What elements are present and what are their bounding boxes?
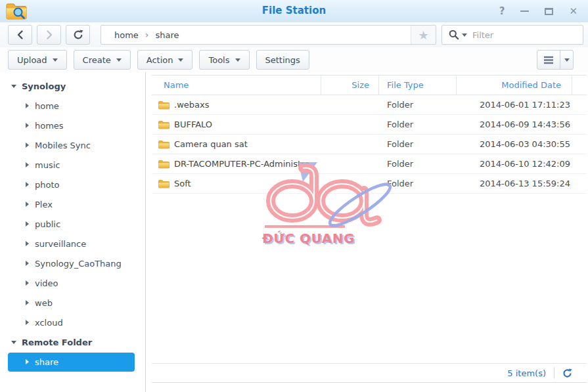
divider — [554, 367, 554, 379]
file-type: Folder — [379, 100, 457, 110]
sidebar-item-home[interactable]: home — [0, 96, 145, 116]
sidebar-section-remote-folder[interactable]: Remote Folder — [0, 332, 145, 352]
column-header-size[interactable]: Size — [321, 76, 379, 95]
content-area: Synology home homes Mobiles Sync music p… — [0, 72, 588, 392]
column-header-spacer — [572, 76, 587, 95]
maximize-icon[interactable] — [545, 5, 553, 18]
file-name: Camera quan sat — [174, 139, 248, 149]
refresh-list-button[interactable] — [562, 368, 572, 378]
action-button[interactable]: Action — [137, 50, 193, 70]
search-icon — [449, 30, 459, 40]
item-label: surveillance — [35, 239, 86, 249]
column-header-modified-date[interactable]: Modified Date — [457, 76, 572, 95]
close-icon[interactable]: ✕ — [569, 5, 577, 18]
refresh-button[interactable] — [66, 25, 90, 45]
table-row[interactable]: .webaxs Folder 2014-06-01 17:11:23 — [152, 95, 587, 115]
sidebar-item-photo[interactable]: photo — [0, 175, 145, 194]
item-count: 5 item(s) — [507, 368, 546, 378]
file-name: DR-TACOMPUTER-PC-Administra — [174, 159, 309, 169]
sidebar-item-web[interactable]: web — [0, 293, 145, 313]
collapse-arrow-icon[interactable] — [26, 320, 29, 325]
collapse-arrow-icon[interactable] — [26, 221, 29, 227]
collapse-arrow-icon[interactable] — [26, 162, 29, 167]
sidebar-item-public[interactable]: public — [0, 214, 145, 234]
sidebar-item-synology-caothang[interactable]: Synology_CaoThang — [0, 253, 145, 273]
breadcrumb-separator: › — [145, 30, 149, 40]
upload-button[interactable]: Upload — [8, 50, 67, 70]
sidebar-item-homes[interactable]: homes — [0, 116, 145, 135]
chevron-down-icon — [53, 58, 58, 62]
chevron-down-icon — [564, 58, 570, 62]
search-dropdown-button[interactable] — [449, 30, 467, 40]
help-icon[interactable]: ? — [499, 5, 505, 18]
breadcrumb-share[interactable]: share — [155, 30, 179, 40]
view-mode-dropdown[interactable] — [560, 51, 573, 69]
folder-icon — [158, 140, 170, 149]
sidebar-item-plex[interactable]: Plex — [0, 194, 145, 214]
item-label: music — [35, 160, 60, 170]
sidebar-section-synology[interactable]: Synology — [0, 76, 145, 96]
watermark-text: ĐỨC QUANG — [262, 230, 350, 246]
item-label: photo — [35, 180, 60, 190]
sidebar-item-mobiles-sync[interactable]: Mobiles Sync — [0, 135, 145, 155]
table-row[interactable]: DR-TACOMPUTER-PC-Administra Folder 2014-… — [152, 154, 587, 174]
favorite-star-section: ★ — [411, 26, 436, 44]
folder-icon — [158, 160, 170, 169]
titlebar: File Station ? ✕ — [0, 0, 588, 22]
create-button[interactable]: Create — [74, 50, 131, 70]
column-header-file-type[interactable]: File Type — [379, 76, 457, 95]
collapse-arrow-icon[interactable] — [26, 123, 29, 128]
settings-button[interactable]: Settings — [256, 50, 309, 70]
expand-arrow-icon[interactable] — [11, 85, 16, 88]
tools-button[interactable]: Tools — [199, 50, 249, 70]
collapse-arrow-icon[interactable] — [26, 261, 29, 266]
chevron-down-icon — [462, 33, 467, 37]
star-icon[interactable]: ★ — [418, 28, 428, 42]
collapse-arrow-icon[interactable] — [26, 182, 29, 187]
collapse-arrow-icon[interactable] — [26, 142, 29, 148]
collapse-arrow-icon[interactable] — [26, 202, 29, 207]
sidebar-item-surveillance[interactable]: surveillance — [0, 234, 145, 253]
minimize-icon[interactable] — [520, 5, 529, 18]
collapse-arrow-icon[interactable] — [26, 359, 29, 364]
collapse-arrow-icon[interactable] — [26, 241, 29, 246]
list-view-icon — [543, 56, 554, 64]
item-label: Plex — [35, 200, 53, 209]
item-label: homes — [35, 121, 64, 131]
watermark-underline — [265, 225, 345, 228]
file-name: BUFFALO — [174, 120, 212, 129]
item-label: Mobiles Sync — [35, 141, 91, 150]
modified-date: 2014-06-09 14:43:56 — [457, 120, 587, 129]
item-label: home — [35, 101, 59, 111]
filter-search-box — [441, 25, 583, 45]
window-controls: ? ✕ — [499, 0, 577, 22]
file-table: Name Size File Type Modified Date .webax… — [152, 75, 587, 194]
expand-arrow-icon[interactable] — [11, 341, 16, 344]
table-row[interactable]: Soft Folder 2014-06-13 15:59:24 — [152, 174, 587, 194]
collapse-arrow-icon[interactable] — [26, 103, 29, 108]
sidebar-item-music[interactable]: music — [0, 155, 145, 175]
breadcrumb: home › share ★ — [101, 25, 436, 45]
collapse-arrow-icon[interactable] — [26, 280, 29, 286]
sidebar-item-share-selected[interactable]: share — [8, 353, 135, 372]
refresh-icon — [562, 368, 572, 378]
back-button[interactable] — [8, 25, 32, 45]
modified-date: 2014-06-03 04:30:55 — [457, 139, 587, 149]
chevron-down-icon — [178, 58, 183, 62]
file-type: Folder — [379, 179, 457, 188]
table-row[interactable]: BUFFALO Folder 2014-06-09 14:43:56 — [152, 115, 587, 135]
filter-input[interactable] — [467, 30, 583, 40]
sidebar-item-xcloud[interactable]: xcloud — [0, 313, 145, 332]
column-header-name[interactable]: Name — [152, 76, 321, 95]
folder-icon — [158, 179, 170, 188]
chevron-left-icon — [16, 30, 24, 40]
table-row[interactable]: Camera quan sat Folder 2014-06-03 04:30:… — [152, 135, 587, 154]
section-label: Synology — [22, 81, 66, 91]
file-type: Folder — [379, 120, 457, 129]
list-view-button[interactable] — [537, 51, 560, 69]
collapse-arrow-icon[interactable] — [26, 300, 29, 305]
sidebar-item-video[interactable]: video — [0, 273, 145, 293]
forward-button[interactable] — [37, 25, 61, 45]
breadcrumb-home[interactable]: home — [114, 30, 139, 40]
file-station-window: File Station ? ✕ home › share ★ — [0, 0, 588, 392]
